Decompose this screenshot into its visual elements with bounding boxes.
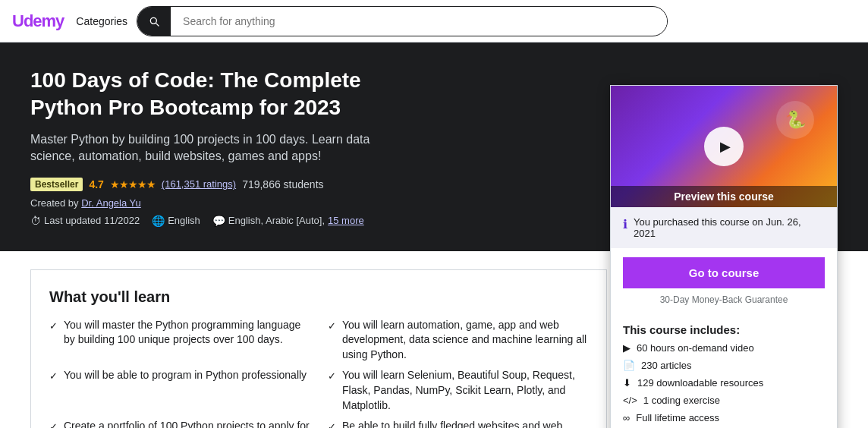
list-item: ✓ You will master the Python programming… — [49, 318, 310, 363]
includes-item-0: 60 hours on-demand video — [637, 342, 754, 354]
what-you-learn-section: What you'll learn ✓ You will master the … — [30, 269, 607, 428]
money-back-guarantee: 30-Day Money-Back Guarantee — [611, 288, 837, 317]
rating-count[interactable]: (161,351 ratings) — [162, 178, 236, 190]
learn-item-7: Be able to build fully fledged websites … — [342, 419, 588, 428]
infinity-icon: ∞ — [623, 412, 630, 423]
includes-item-1: 230 articles — [641, 360, 691, 371]
captions-more-link[interactable]: 15 more — [328, 215, 364, 226]
purchased-text: You purchased this course on Jun. 26, 20… — [634, 216, 825, 239]
check-icon: ✓ — [49, 370, 58, 383]
check-icon: ✓ — [328, 420, 336, 428]
hero-meta: Bestseller 4.7 ★★★★★ (161,351 ratings) 7… — [30, 178, 410, 191]
search-icon — [148, 15, 160, 27]
creator-label: Created by — [30, 197, 79, 209]
rating-value: 4.7 — [89, 178, 103, 190]
learn-item-6: You will learn Selenium, Beautiful Soup,… — [342, 368, 588, 413]
code-icon: </> — [623, 395, 637, 406]
captions-text: English, Arabic [Auto], — [228, 215, 325, 226]
navbar: Udemy Categories — [0, 0, 868, 42]
last-updated-value: 11/2022 — [104, 215, 140, 226]
info-icon: ℹ — [623, 217, 627, 231]
last-updated-item: ⏱ Last updated 11/2022 — [30, 215, 140, 227]
creator-link[interactable]: Dr. Angela Yu — [81, 197, 141, 209]
list-item: ✓ You will learn Selenium, Beautiful Sou… — [328, 368, 588, 413]
clock-icon: ⏱ — [30, 215, 41, 227]
search-input[interactable] — [171, 15, 667, 27]
globe-icon: 🌐 — [152, 215, 165, 227]
includes-item-3: 1 coding exercise — [643, 395, 720, 406]
includes-title: This course includes: — [611, 317, 837, 339]
article-icon: 📄 — [623, 360, 635, 371]
list-item: </> 1 coding exercise — [623, 392, 825, 409]
includes-item-4: Full lifetime access — [636, 412, 719, 423]
sidebar-card: 🐍 Preview this course ℹ You purchased th… — [610, 85, 838, 428]
udemy-logo[interactable]: Udemy — [12, 11, 64, 31]
list-item: ✓ Be able to build fully fledged website… — [328, 419, 588, 428]
purchased-notice: ℹ You purchased this course on Jun. 26, … — [611, 207, 837, 248]
course-subtitle: Master Python by building 100 projects i… — [30, 131, 410, 165]
language-item: 🌐 English — [152, 215, 200, 227]
list-item: ✓ You will learn automation, game, app a… — [328, 318, 588, 363]
learn-item-0: You will master the Python programming l… — [64, 318, 310, 348]
play-button[interactable] — [704, 127, 744, 166]
list-item: ⬇ 129 downloadable resources — [623, 374, 825, 392]
check-icon: ✓ — [328, 370, 336, 383]
language-text: English — [168, 215, 200, 226]
list-item: ∞ Full lifetime access — [623, 409, 825, 426]
preview-label: Preview this course — [611, 186, 837, 207]
learn-item-2: Create a portfolio of 100 Python project… — [64, 419, 310, 428]
course-title: 100 Days of Code: The Complete Python Pr… — [30, 67, 410, 122]
cc-icon: 💬 — [212, 215, 225, 227]
download-icon: ⬇ — [623, 377, 631, 389]
check-icon: ✓ — [49, 319, 58, 333]
hero-content: 100 Days of Code: The Complete Python Pr… — [30, 67, 653, 227]
list-item: ✓ You will be able to program in Python … — [49, 368, 310, 413]
learn-item-1: You will be able to program in Python pr… — [64, 368, 307, 383]
captions-item: 💬 English, Arabic [Auto], 15 more — [212, 215, 364, 227]
includes-item-2: 129 downloadable resources — [637, 377, 763, 389]
search-bar — [137, 6, 668, 36]
search-submit-button[interactable] — [137, 7, 171, 36]
last-updated-label: Last updated — [44, 215, 101, 226]
video-icon: ▶ — [623, 342, 631, 354]
check-icon: ✓ — [49, 420, 58, 428]
student-count: 719,866 students — [242, 178, 323, 190]
learn-item-5: You will learn automation, game, app and… — [342, 318, 588, 363]
list-item: 📄 230 articles — [623, 357, 825, 374]
main-content: What you'll learn ✓ You will master the … — [0, 251, 637, 428]
list-item: ✓ Create a portfolio of 100 Python proje… — [49, 419, 310, 428]
learn-section-title: What you'll learn — [49, 288, 588, 306]
categories-button[interactable]: Categories — [76, 15, 127, 27]
bestseller-badge: Bestseller — [30, 178, 83, 191]
creator-info: Created by Dr. Angela Yu — [30, 197, 410, 209]
check-icon: ✓ — [328, 319, 336, 333]
hero-details: ⏱ Last updated 11/2022 🌐 English 💬 Engli… — [30, 215, 410, 227]
list-item: ▶ 60 hours on-demand video — [623, 339, 825, 357]
includes-list: ▶ 60 hours on-demand video 📄 230 article… — [611, 339, 837, 428]
go-to-course-button[interactable]: Go to course — [623, 257, 825, 288]
learn-grid: ✓ You will master the Python programming… — [49, 318, 588, 428]
star-rating: ★★★★★ — [110, 178, 156, 190]
course-thumbnail[interactable]: 🐍 Preview this course — [611, 86, 837, 207]
